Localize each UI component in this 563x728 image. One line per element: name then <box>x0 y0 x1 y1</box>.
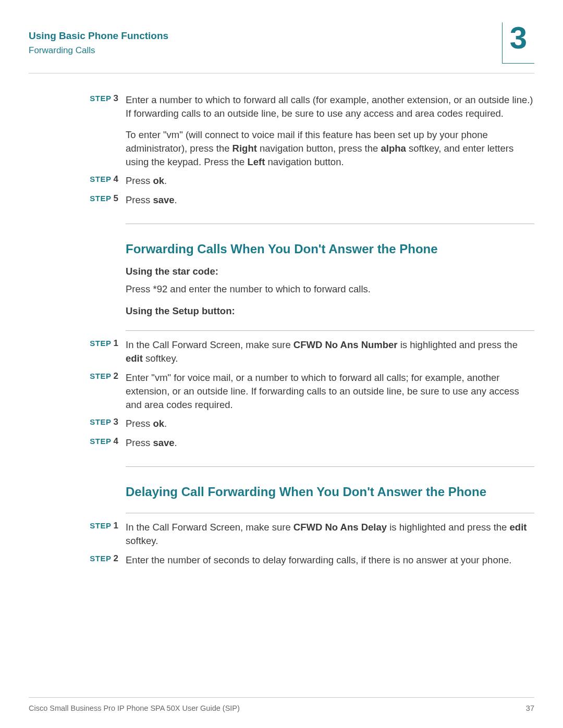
step-row: STEP1 In the Call Forward Screen, make s… <box>29 338 534 366</box>
step-label: STEP4 <box>29 436 126 450</box>
step-label: STEP5 <box>29 193 126 207</box>
step-word: STEP <box>90 372 111 380</box>
step-word: STEP <box>90 521 111 530</box>
footer-divider <box>29 697 534 698</box>
step-label: STEP1 <box>29 338 126 366</box>
step-text: Enter "vm" for voice mail, or a number t… <box>126 371 534 412</box>
bold-edit: edit <box>126 353 143 364</box>
step-text: In the Call Forward Screen, make sure CF… <box>126 521 534 548</box>
text: Press <box>126 175 153 186</box>
step-text: Press save. <box>126 436 534 450</box>
bold-edit: edit <box>510 522 527 533</box>
page-header: Using Basic Phone Functions Forwarding C… <box>29 29 534 64</box>
step-row: STEP1 In the Call Forward Screen, make s… <box>29 521 534 548</box>
text: . <box>164 418 167 429</box>
step-label: STEP2 <box>29 553 126 567</box>
step-row: STEP3 Enter a number to which to forward… <box>29 93 534 121</box>
step-number: 3 <box>114 417 118 427</box>
text: In the Call Forward Screen, make sure <box>126 522 293 533</box>
chapter-title: Using Basic Phone Functions <box>29 29 168 43</box>
step-word: STEP <box>90 554 111 563</box>
page-body: Using Basic Phone Functions Forwarding C… <box>29 29 534 572</box>
section-heading-no-answer: Forwarding Calls When You Don't Answer t… <box>126 242 534 256</box>
text: softkey. <box>143 353 178 364</box>
step-row: STEP3 Press ok. <box>29 417 534 430</box>
bold-left: Left <box>247 156 265 167</box>
step-text: Press ok. <box>126 174 534 188</box>
header-divider <box>29 73 534 73</box>
text: . <box>164 175 167 186</box>
starcode-label: Using the star code: <box>126 266 534 277</box>
footer-left: Cisco Small Business Pro IP Phone SPA 50… <box>29 704 240 712</box>
text: Press <box>126 194 153 205</box>
text: is highlighted and press the <box>387 522 510 533</box>
bold-cfwd-delay: CFWD No Ans Delay <box>293 522 387 533</box>
step-word: STEP <box>90 94 111 103</box>
step-text: In the Call Forward Screen, make sure CF… <box>126 338 534 366</box>
step-row: STEP2 Enter the number of seconds to del… <box>29 553 534 567</box>
step-text: Enter the number of seconds to delay for… <box>126 553 534 567</box>
section-divider <box>126 224 534 224</box>
text: Press <box>126 418 153 429</box>
text: Press <box>126 437 153 448</box>
step-word: STEP <box>90 339 111 348</box>
text: is highlighted and press the <box>398 339 518 350</box>
step-label: STEP4 <box>29 174 126 188</box>
step-label: STEP1 <box>29 521 126 548</box>
step-number: 1 <box>114 338 118 348</box>
starcode-text: Press *92 and enter the number to which … <box>126 282 534 296</box>
step-number: 1 <box>114 521 118 530</box>
step-text: Enter a number to which to forward all c… <box>126 93 534 121</box>
step-word: STEP <box>90 175 111 183</box>
step-label: STEP3 <box>29 93 126 121</box>
bold-alpha: alpha <box>381 143 406 154</box>
step-label: STEP2 <box>29 371 126 412</box>
vm-paragraph: To enter "vm" (will connect to voice mai… <box>126 128 534 169</box>
chapter-number-box: 3 <box>502 22 534 64</box>
bold-right: Right <box>232 143 257 154</box>
text: softkey. <box>126 535 158 546</box>
step-number: 2 <box>114 371 118 381</box>
setup-label: Using the Setup button: <box>126 305 534 317</box>
page-number: 37 <box>526 704 534 712</box>
section-divider <box>126 466 534 467</box>
step-word: STEP <box>90 437 111 446</box>
step-number: 2 <box>114 553 118 563</box>
step-number: 3 <box>114 93 118 103</box>
step-word: STEP <box>90 194 111 203</box>
step-number: 4 <box>114 174 118 184</box>
bold-save: save <box>153 437 174 448</box>
step-row: STEP4 Press save. <box>29 436 534 450</box>
step-row: STEP5 Press save. <box>29 193 534 207</box>
bold-ok: ok <box>153 175 164 186</box>
main-content: STEP3 Enter a number to which to forward… <box>29 93 534 567</box>
bold-ok: ok <box>153 418 164 429</box>
bold-cfwd: CFWD No Ans Number <box>293 339 398 350</box>
text: navigation button. <box>265 156 344 167</box>
page-footer: Cisco Small Business Pro IP Phone SPA 50… <box>29 704 534 712</box>
step-number: 4 <box>114 436 118 446</box>
section-heading-delay: Delaying Call Forwarding When You Don't … <box>126 485 534 499</box>
step-row: STEP2 Enter "vm" for voice mail, or a nu… <box>29 371 534 412</box>
step-row: STEP4 Press ok. <box>29 174 534 188</box>
step-word: STEP <box>90 417 111 426</box>
step-number: 5 <box>114 193 118 203</box>
text: . <box>175 194 177 205</box>
text: In the Call Forward Screen, make sure <box>126 339 293 350</box>
step-label: STEP3 <box>29 417 126 430</box>
step-text: Press ok. <box>126 417 534 430</box>
step-text: Press save. <box>126 193 534 207</box>
bold-save: save <box>153 194 174 205</box>
header-subsection: Forwarding Calls <box>29 44 168 57</box>
chapter-number: 3 <box>510 22 527 54</box>
text: navigation button, press the <box>257 143 381 154</box>
text: . <box>175 437 177 448</box>
header-left: Using Basic Phone Functions Forwarding C… <box>29 29 168 57</box>
